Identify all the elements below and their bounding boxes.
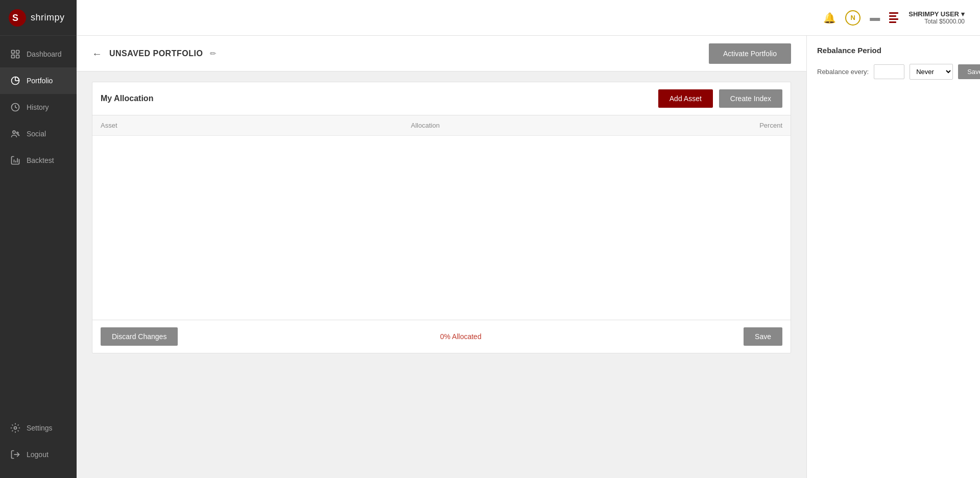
svg-point-11 [17, 132, 18, 134]
sidebar-label-social: Social [27, 130, 46, 138]
backtest-icon [10, 155, 20, 165]
sidebar-logo: S shrimpy [0, 0, 77, 36]
sidebar-item-portfolio[interactable]: Portfolio [0, 67, 77, 94]
rebalance-period-select[interactable]: Never 1 Hour 1 Day 1 Week 1 Month [910, 64, 953, 80]
app-name: shrimpy [31, 12, 65, 23]
svg-rect-5 [16, 55, 19, 58]
social-icon [10, 129, 20, 139]
svg-point-15 [14, 427, 17, 429]
rebalance-title: Rebalance Period [817, 46, 970, 55]
sidebar-item-history[interactable]: History [0, 94, 77, 121]
sidebar-item-backtest[interactable]: Backtest [0, 147, 77, 174]
logout-icon [10, 449, 20, 460]
allocation-section: My Allocation Add Asset Create Index Ass… [92, 82, 791, 353]
sidebar: S shrimpy Dashboard Portfolio [0, 0, 77, 478]
sidebar-label-settings: Settings [27, 424, 53, 432]
content-area: ← UNSAVED PORTFOLIO ✏ Activate Portfolio… [77, 36, 980, 478]
back-button[interactable]: ← [92, 49, 102, 59]
svg-rect-4 [12, 55, 15, 58]
svg-point-10 [13, 131, 15, 133]
sidebar-nav: Dashboard Portfolio History [0, 36, 77, 415]
add-asset-button[interactable]: Add Asset [658, 89, 713, 108]
sidebar-label-backtest: Backtest [27, 156, 54, 164]
col-asset: Asset [101, 122, 411, 129]
portfolio-icon [10, 76, 20, 86]
portfolio-title: UNSAVED PORTFOLIO [109, 49, 203, 58]
right-panel: Rebalance Period Rebalance every: Never … [806, 36, 980, 478]
user-name: SHRIMPY USER ▾ [909, 10, 965, 18]
history-icon [10, 102, 20, 112]
shrimpy-logo-icon: S [8, 9, 27, 27]
table-empty-area [92, 136, 791, 320]
rebalance-input[interactable] [874, 64, 904, 79]
main-area: 🔔 N ▬ SHRIMPY USER ▾ Total $5000.00 ← [77, 0, 980, 478]
portfolio-body: My Allocation Add Asset Create Index Ass… [77, 71, 806, 478]
dashboard-icon [10, 49, 20, 59]
svg-text:S: S [12, 13, 18, 23]
table-header: Asset Allocation Percent [92, 115, 791, 136]
sidebar-label-portfolio: Portfolio [27, 77, 53, 85]
user-total: Total $5000.00 [924, 18, 965, 25]
chart-bars-icon[interactable] [889, 12, 898, 23]
sidebar-item-dashboard[interactable]: Dashboard [0, 41, 77, 67]
app-header: 🔔 N ▬ SHRIMPY USER ▾ Total $5000.00 [77, 0, 980, 36]
svg-rect-3 [16, 51, 19, 54]
portfolio-main: ← UNSAVED PORTFOLIO ✏ Activate Portfolio… [77, 36, 806, 478]
sidebar-label-history: History [27, 103, 49, 111]
sidebar-item-logout[interactable]: Logout [0, 441, 77, 468]
col-percent: Percent [721, 122, 782, 129]
rebalance-label: Rebalance every: [817, 68, 869, 76]
notification-icon[interactable]: 🔔 [823, 12, 836, 24]
n-badge[interactable]: N [845, 10, 861, 26]
save-portfolio-button[interactable]: Save [744, 327, 782, 346]
sidebar-bottom: Settings Logout [0, 415, 77, 478]
allocation-footer: Discard Changes 0% Allocated Save [92, 320, 791, 353]
sidebar-label-dashboard: Dashboard [27, 50, 62, 58]
rebalance-row: Rebalance every: Never 1 Hour 1 Day 1 We… [817, 64, 970, 80]
col-allocation: Allocation [411, 122, 722, 129]
discard-changes-button[interactable]: Discard Changes [101, 327, 178, 346]
sidebar-label-logout: Logout [27, 450, 49, 459]
sidebar-item-settings[interactable]: Settings [0, 415, 77, 441]
edit-icon[interactable]: ✏ [210, 49, 217, 58]
user-info[interactable]: SHRIMPY USER ▾ Total $5000.00 [909, 10, 965, 25]
allocation-actions: Add Asset Create Index [658, 89, 782, 108]
allocated-text: 0% Allocated [440, 332, 482, 341]
activate-portfolio-button[interactable]: Activate Portfolio [709, 43, 791, 64]
sidebar-item-social[interactable]: Social [0, 121, 77, 147]
create-index-button[interactable]: Create Index [719, 89, 782, 108]
allocation-header-row: My Allocation Add Asset Create Index [92, 82, 791, 115]
settings-icon [10, 423, 20, 433]
billing-icon[interactable]: ▬ [870, 12, 880, 23]
header-icons: 🔔 N ▬ [823, 10, 898, 26]
my-allocation-title: My Allocation [101, 94, 153, 103]
svg-rect-2 [12, 51, 15, 54]
portfolio-topbar: ← UNSAVED PORTFOLIO ✏ Activate Portfolio [77, 36, 806, 71]
rebalance-save-button[interactable]: Save [958, 64, 980, 79]
portfolio-title-area: ← UNSAVED PORTFOLIO ✏ [92, 49, 217, 59]
